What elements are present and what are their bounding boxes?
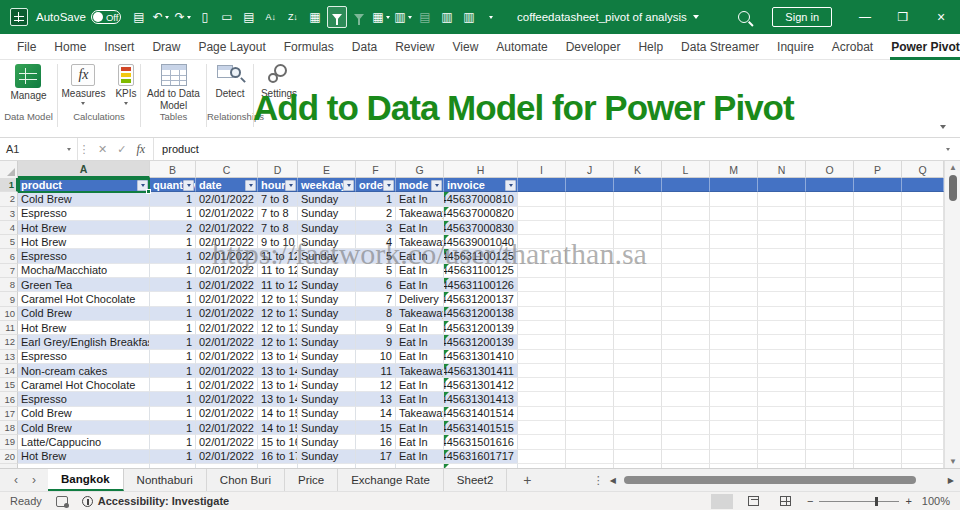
cell-empty[interactable] (614, 278, 662, 292)
cell-empty[interactable] (806, 221, 854, 235)
cell-empty[interactable] (710, 435, 758, 449)
filter-dropdown-hour[interactable] (285, 180, 296, 191)
form-icon[interactable]: ▦ (305, 6, 325, 28)
cell-r2-date[interactable]: 02/01/2022 (196, 192, 258, 206)
cell-empty[interactable] (854, 221, 902, 235)
cell-r4-quantity[interactable]: 2 (150, 221, 196, 235)
scroll-left-icon[interactable]: ◀ (610, 476, 616, 485)
header-cell-order[interactable]: order (356, 178, 396, 192)
cell-empty[interactable] (806, 378, 854, 392)
header-cell-invoice[interactable]: invoice (444, 178, 518, 192)
cell-empty[interactable] (902, 392, 944, 406)
cell-empty[interactable] (614, 235, 662, 249)
cell-empty[interactable] (854, 421, 902, 435)
cell-r17-date[interactable]: 02/01/2022 (196, 407, 258, 421)
column-header-G[interactable]: G (396, 161, 444, 178)
cell-r12-quantity[interactable]: 1 (150, 335, 196, 349)
cell-r12-invoice[interactable]: 445631200139 (444, 335, 518, 349)
cell-r6-invoice[interactable]: 445631100125 (444, 249, 518, 263)
menu-tab-power-pivot[interactable]: Power Pivot (882, 35, 960, 59)
sheet-tab-exchange-rate[interactable]: Exchange Rate (338, 469, 444, 491)
cell-empty[interactable] (518, 207, 566, 221)
cell-empty[interactable] (806, 307, 854, 321)
cell-empty[interactable] (854, 335, 902, 349)
cell-empty[interactable] (902, 307, 944, 321)
cell-empty[interactable] (806, 235, 854, 249)
cell-empty[interactable] (902, 421, 944, 435)
cell-empty[interactable] (710, 421, 758, 435)
cell-r3-hour[interactable]: 7 to 8 (258, 207, 298, 221)
cell-empty[interactable] (758, 249, 806, 263)
cell-empty[interactable] (758, 450, 806, 464)
cell-empty[interactable] (806, 392, 854, 406)
cell-r15-order[interactable]: 12 (356, 378, 396, 392)
manage-data-model-button[interactable]: Manage (10, 64, 46, 102)
column-header-Q[interactable]: Q (902, 161, 944, 178)
cell-empty[interactable] (806, 321, 854, 335)
cell-empty[interactable] (854, 207, 902, 221)
measures-button[interactable]: fx Measures (61, 64, 105, 105)
menu-tab-home[interactable]: Home (45, 35, 95, 59)
cell-empty[interactable] (566, 335, 614, 349)
cell-empty[interactable] (854, 435, 902, 449)
cell-empty[interactable] (710, 278, 758, 292)
enter-icon[interactable]: ✓ (117, 143, 126, 156)
cell-r20-weekday[interactable]: Sunday (298, 450, 356, 464)
cell-r10-order[interactable]: 8 (356, 307, 396, 321)
row-header-16[interactable]: 16 (0, 392, 18, 406)
cell-r4-order[interactable]: 3 (356, 221, 396, 235)
column-header-O[interactable]: O (806, 161, 854, 178)
cell-empty[interactable] (566, 264, 614, 278)
cell-r15-mode[interactable]: Eat In (396, 378, 444, 392)
next-sheet-icon[interactable]: › (32, 473, 36, 487)
cell-r2-quantity[interactable]: 1 (150, 192, 196, 206)
cell-empty[interactable] (566, 435, 614, 449)
cell-r14-hour[interactable]: 13 to 14 (258, 364, 298, 378)
row-header-11[interactable]: 11 (0, 321, 18, 335)
cell-empty[interactable] (902, 207, 944, 221)
cell-empty[interactable] (758, 421, 806, 435)
cell-empty[interactable] (854, 378, 902, 392)
cell-empty[interactable] (566, 221, 614, 235)
switch-windows-icon[interactable]: ▥ (437, 6, 457, 28)
cell-empty[interactable] (902, 192, 944, 206)
sheet-tab-chon-buri[interactable]: Chon Buri (207, 469, 285, 491)
cell-empty[interactable] (902, 378, 944, 392)
cell-empty[interactable] (566, 421, 614, 435)
cell-r13-weekday[interactable]: Sunday (298, 350, 356, 364)
cell-empty[interactable] (806, 278, 854, 292)
cell-r9-mode[interactable]: Delivery (396, 292, 444, 306)
cell-empty[interactable] (566, 350, 614, 364)
cell-r8-quantity[interactable]: 1 (150, 278, 196, 292)
formula-input[interactable]: product (154, 138, 936, 160)
menu-tab-data-streamer[interactable]: Data Streamer (672, 35, 768, 59)
cell-r18-hour[interactable]: 14 to 15 (258, 421, 298, 435)
cell-empty[interactable] (518, 321, 566, 335)
cell-empty[interactable] (854, 249, 902, 263)
cell-empty[interactable] (710, 192, 758, 206)
cell-empty[interactable] (566, 178, 614, 192)
cell-r12-mode[interactable]: Eat In (396, 335, 444, 349)
cell-r2-invoice[interactable]: 445637000810 (444, 192, 518, 206)
open-folder-icon[interactable]: ▭ (217, 6, 237, 28)
cell-empty[interactable] (758, 264, 806, 278)
cell-empty[interactable] (518, 421, 566, 435)
cell-r14-date[interactable]: 02/01/2022 (196, 364, 258, 378)
cell-empty[interactable] (902, 221, 944, 235)
cell-empty[interactable] (614, 307, 662, 321)
cell-r3-date[interactable]: 02/01/2022 (196, 207, 258, 221)
cell-r10-quantity[interactable]: 1 (150, 307, 196, 321)
view-side-by-side-icon[interactable]: ▥ (459, 6, 479, 28)
cell-empty[interactable] (614, 178, 662, 192)
cell-empty[interactable] (710, 264, 758, 278)
cell-r16-mode[interactable]: Eat In (396, 392, 444, 406)
column-header-L[interactable]: L (662, 161, 710, 178)
cell-r20-hour[interactable]: 16 to 17 (258, 450, 298, 464)
cell-r5-mode[interactable]: Takeaway (396, 235, 444, 249)
cell-empty[interactable] (518, 350, 566, 364)
cell-r20-mode[interactable]: Eat In (396, 450, 444, 464)
cell-r4-weekday[interactable]: Sunday (298, 221, 356, 235)
cell-r9-date[interactable]: 02/01/2022 (196, 292, 258, 306)
zoom-out-button[interactable]: − (807, 495, 813, 507)
cell-empty[interactable] (854, 192, 902, 206)
